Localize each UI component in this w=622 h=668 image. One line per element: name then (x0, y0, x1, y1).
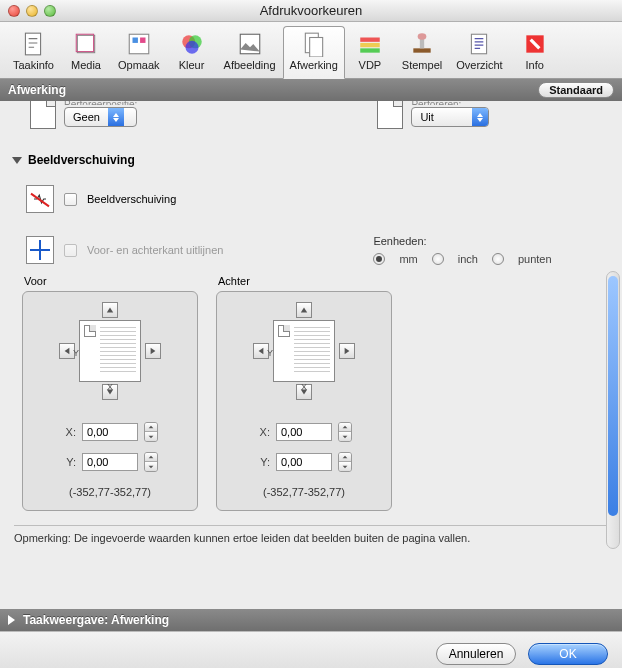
unit-punten-label: punten (518, 253, 552, 265)
stepper-down-icon (145, 462, 157, 471)
front-y-input[interactable] (82, 453, 138, 471)
svg-rect-12 (360, 38, 380, 42)
perforeerpositie-select[interactable]: Geen (64, 107, 137, 127)
stepper-up-icon (145, 423, 157, 432)
svg-rect-14 (360, 48, 380, 52)
tab-media[interactable]: Media (61, 26, 111, 78)
toolbar: Taakinfo Media Opmaak Kleur Afbeelding A… (0, 22, 622, 79)
tab-afwerking[interactable]: Afwerking (283, 26, 345, 79)
zoom-icon[interactable] (44, 5, 56, 17)
svg-rect-3 (129, 34, 149, 54)
align-label: Voor- en achterkant uitlijnen (87, 244, 223, 256)
collapsed-title: Taakweergave: Afwerking (23, 613, 169, 627)
cancel-button[interactable]: Annuleren (436, 643, 516, 665)
page-icon (377, 101, 403, 129)
stepper-down-icon (339, 462, 351, 471)
chevron-updown-icon (472, 108, 488, 126)
color-icon (179, 31, 205, 57)
section-title: Afwerking (8, 83, 66, 97)
stepper-down-icon (339, 432, 351, 441)
x-label: X: (62, 426, 76, 438)
tab-label: Afbeelding (224, 59, 276, 71)
beeldverschuiving-checkbox[interactable] (64, 193, 77, 206)
tab-kleur[interactable]: Kleur (167, 26, 217, 78)
axis-y: Y (267, 348, 273, 358)
tab-taakinfo[interactable]: Taakinfo (6, 26, 61, 78)
tab-stempel[interactable]: Stempel (395, 26, 449, 78)
disclosure-triangle-icon (8, 615, 15, 625)
stepper-up-icon (145, 453, 157, 462)
unit-inch-radio[interactable] (432, 253, 444, 265)
tab-label: Afwerking (290, 59, 338, 71)
tab-vdp[interactable]: VDP (345, 26, 395, 78)
standard-button[interactable]: Standaard (538, 82, 614, 98)
vdp-icon (357, 31, 383, 57)
note-text: Opmerking: De ingevoerde waarden kunnen … (14, 525, 608, 544)
taakweergave-section[interactable]: Taakweergave: Afwerking (0, 609, 622, 631)
axis-x: X (107, 382, 113, 392)
close-icon[interactable] (8, 5, 20, 17)
align-checkbox[interactable] (64, 244, 77, 257)
perforeren-select[interactable]: Uit (411, 107, 489, 127)
scrollbar-thumb[interactable] (608, 276, 618, 516)
image-icon (237, 31, 263, 57)
tab-overzicht[interactable]: Overzicht (449, 26, 509, 78)
arrow-right-button[interactable] (145, 343, 161, 359)
unit-punten-radio[interactable] (492, 253, 504, 265)
svg-rect-11 (309, 38, 322, 58)
y-label: Y: (62, 456, 76, 468)
traffic-lights (8, 5, 56, 17)
back-range: (-352,77-352,77) (225, 486, 383, 498)
unit-mm-radio[interactable] (373, 253, 385, 265)
front-x-input[interactable] (82, 423, 138, 441)
svg-rect-1 (77, 35, 94, 52)
front-x-stepper[interactable] (144, 422, 158, 442)
svg-rect-0 (26, 33, 41, 55)
tab-afbeelding[interactable]: Afbeelding (217, 26, 283, 78)
footer: Annuleren OK (0, 631, 622, 668)
y-label: Y: (256, 456, 270, 468)
media-icon (73, 31, 99, 57)
axis-y: Y (73, 348, 79, 358)
page-icon (30, 101, 56, 129)
tab-info[interactable]: Info (510, 26, 560, 78)
tab-label: Info (526, 59, 544, 71)
front-title: Voor (22, 275, 198, 287)
units-label: Eenheden: (373, 235, 551, 247)
arrow-right-button[interactable] (339, 343, 355, 359)
back-x-stepper[interactable] (338, 422, 352, 442)
svg-rect-5 (140, 38, 145, 43)
stepper-up-icon (339, 423, 351, 432)
tab-opmaak[interactable]: Opmaak (111, 26, 167, 78)
x-label: X: (256, 426, 270, 438)
cancel-label: Annuleren (449, 647, 504, 661)
stepper-up-icon (339, 453, 351, 462)
svg-point-16 (418, 33, 427, 40)
vertical-scrollbar[interactable] (606, 271, 620, 549)
stamp-icon (409, 31, 435, 57)
document-icon (20, 31, 46, 57)
back-y-stepper[interactable] (338, 452, 352, 472)
page-preview (273, 320, 335, 382)
unit-inch-label: inch (458, 253, 478, 265)
stepper-down-icon (145, 432, 157, 441)
tab-label: Opmaak (118, 59, 160, 71)
ok-button[interactable]: OK (528, 643, 608, 665)
finishing-icon (301, 31, 327, 57)
beeldverschuiving-heading[interactable]: Beeldverschuiving (0, 129, 622, 175)
arrow-up-button[interactable] (102, 302, 118, 318)
axis-x: X (301, 382, 307, 392)
svg-rect-4 (132, 38, 137, 43)
shift-off-icon (26, 185, 54, 213)
tab-label: Taakinfo (13, 59, 54, 71)
front-y-stepper[interactable] (144, 452, 158, 472)
arrow-up-button[interactable] (296, 302, 312, 318)
svg-point-8 (185, 41, 198, 54)
tab-label: VDP (359, 59, 382, 71)
select-value: Geen (65, 111, 108, 123)
back-y-input[interactable] (276, 453, 332, 471)
content: Perforeerpositie: Geen Perforeren: Uit B… (0, 101, 622, 609)
minimize-icon[interactable] (26, 5, 38, 17)
back-x-input[interactable] (276, 423, 332, 441)
layout-icon (126, 31, 152, 57)
